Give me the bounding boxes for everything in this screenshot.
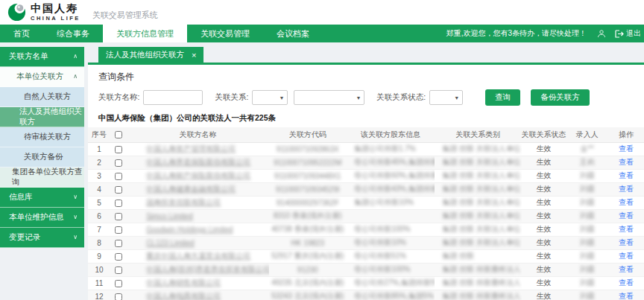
shareholder-info: 母公司持股10%: [354, 238, 406, 246]
layout: 关联方名单∧本单位关联方∧自然人关联方法人及其他组织关联方待审核关联方关联方备份…: [0, 42, 644, 300]
party-name-link[interactable]: 国寿投资控股有限公司: [146, 198, 221, 206]
table-row: 3中国人寿财产保险股份有限公司91100071093448X1母公司持股60%,…: [88, 169, 644, 182]
party-name-link[interactable]: CL123 Limited: [146, 239, 194, 247]
sidebar-item[interactable]: 本单位维护信息∨: [0, 208, 84, 228]
relation-sub-select[interactable]: ▼: [294, 90, 364, 105]
party-name-link[interactable]: 中国人寿养老保险股份有限公司: [146, 158, 250, 166]
sidebar-item-label: 本单位维护信息: [9, 212, 64, 223]
chevron-up-icon: ∧: [73, 54, 78, 60]
close-icon[interactable]: ×: [192, 51, 196, 60]
view-link[interactable]: 查看: [619, 171, 634, 179]
party-name-link[interactable]: 中国人寿资产管理有限公司: [146, 144, 236, 153]
relation-select[interactable]: ▼: [252, 90, 288, 105]
party-name-link[interactable]: 中国人寿销售有限公司: [146, 278, 221, 287]
sidebar-item[interactable]: 法人及其他组织关联方: [0, 107, 84, 127]
row-checkbox[interactable]: [115, 159, 122, 167]
view-link[interactable]: 查看: [619, 252, 634, 260]
party-code: 52917 重庆(境内注册): [271, 252, 344, 260]
view-link[interactable]: 查看: [619, 211, 634, 220]
chevron-up-icon: ∧: [73, 74, 78, 80]
row-checkbox[interactable]: [115, 186, 122, 194]
relation-category: 集团 控股 关联法人单位: [442, 211, 521, 220]
row-checkbox[interactable]: [115, 200, 122, 207]
sidebar-item[interactable]: 待审核关联方: [0, 127, 84, 147]
entered-by: 刘霞: [580, 198, 595, 206]
nav-item-link[interactable]: 会议档案: [263, 25, 323, 42]
row-checkbox[interactable]: [115, 226, 122, 234]
row-checkbox[interactable]: [115, 280, 122, 287]
sidebar-item[interactable]: 关联方备份: [0, 147, 84, 167]
row-checkbox[interactable]: [115, 173, 122, 180]
select-all-checkbox[interactable]: [115, 131, 122, 138]
view-link[interactable]: 查看: [619, 198, 634, 206]
relation-status: 生效: [537, 265, 552, 273]
chevron-down-icon: ∨: [73, 194, 78, 200]
chevron-down-icon: ∨: [73, 214, 78, 220]
user-icon[interactable]: [597, 29, 606, 38]
entered-by: 刘霞: [580, 171, 595, 179]
view-link[interactable]: 查看: [619, 292, 634, 300]
relation-status-select[interactable]: ▼: [429, 90, 463, 105]
party-name-link[interactable]: 中国人寿(苏州)养老养生投资有限公司: [146, 265, 269, 273]
relation-category: 集团 控股 关联法人单位: [442, 198, 521, 206]
column-header: 关联关系类别: [435, 127, 521, 142]
column-header: 关联方名称: [127, 127, 269, 142]
party-code: 91100071092863X: [277, 145, 339, 153]
row-checkbox[interactable]: [115, 240, 122, 247]
view-link[interactable]: 查看: [619, 238, 634, 246]
view-link[interactable]: 查看: [619, 185, 634, 193]
chevron-down-icon: ∨: [73, 234, 78, 240]
table-row: 6Simco Limited8310 香港(境外注册)集团 控股 关联法人单位生…: [88, 209, 644, 223]
row-checkbox[interactable]: [115, 293, 122, 300]
party-code: HK 19823: [291, 239, 324, 247]
party-name-link[interactable]: 重庆中国人寿大厦置业有限公司: [146, 252, 250, 260]
sidebar-item[interactable]: 集团各单位关联方查询: [0, 167, 84, 188]
table-row: 10中国人寿(苏州)养老养生投资有限公司91230母公司持股100%集团 控股 …: [88, 263, 644, 276]
sidebar-item[interactable]: 变更记录∨: [0, 228, 84, 248]
sidebar-item[interactable]: 关联方名单∧: [0, 47, 84, 67]
nav-item-active[interactable]: 关联方信息管理: [103, 25, 187, 42]
relation-status: 生效: [537, 211, 552, 220]
relation-status: 生效: [537, 171, 552, 179]
view-link[interactable]: 查看: [619, 225, 634, 233]
table-row: 7Goodwin Holdings Limited40738 香港(境外注册)母…: [88, 223, 644, 236]
row-number: 2: [97, 159, 101, 167]
shareholder-info: 母公司持股100%: [354, 265, 411, 273]
row-checkbox[interactable]: [115, 146, 122, 153]
logout-button[interactable]: 退出: [615, 28, 641, 39]
row-checkbox[interactable]: [115, 253, 122, 261]
party-name-link[interactable]: Simco Limited: [146, 212, 193, 220]
sidebar-item[interactable]: 本单位关联方∧: [0, 67, 84, 87]
row-number: 4: [97, 185, 101, 194]
party-code: 911000710934529I: [276, 185, 339, 194]
party-name-link[interactable]: Goodwin Holdings Limited: [146, 226, 233, 234]
entered-by: 刘霞: [580, 185, 595, 193]
tab-legal-person-related-party[interactable]: 法人及其他组织关联方 ×: [98, 47, 203, 63]
shareholder-info: 集团公司持股1.7%: [354, 144, 416, 153]
party-name-link[interactable]: 中国人寿电商有限公司: [146, 292, 221, 300]
nav-item-link[interactable]: 综合事务: [43, 25, 103, 42]
backup-related-party-button[interactable]: 备份关联方: [531, 89, 590, 106]
view-link[interactable]: 查看: [619, 265, 634, 273]
party-name-input[interactable]: [143, 90, 203, 105]
nav-item-link[interactable]: 关联交易管理: [187, 25, 263, 42]
nav-item-link[interactable]: 首页: [0, 25, 43, 42]
main-navbar: 首页综合事务关联方信息管理关联交易管理会议档案 郑重,欢迎您，您有3条待办，请尽…: [0, 25, 644, 42]
party-code: 40738 香港(境外注册): [271, 225, 344, 233]
sidebar-item-label: 信息库: [9, 192, 33, 202]
column-header: 该关联方股东信息: [347, 127, 435, 142]
row-checkbox[interactable]: [115, 213, 122, 220]
sidebar-item-label: 自然人关联方: [24, 92, 71, 102]
search-button[interactable]: 查询: [485, 89, 520, 106]
view-link[interactable]: 查看: [619, 158, 634, 166]
view-link[interactable]: 查看: [619, 144, 634, 153]
sidebar-item[interactable]: 自然人关联方: [0, 87, 84, 107]
view-link[interactable]: 查看: [619, 278, 634, 287]
party-name-link[interactable]: 中国人寿健康金融有限公司: [146, 185, 236, 193]
row-checkbox[interactable]: [115, 267, 122, 274]
table-row: 1中国人寿资产管理有限公司91100071092863X集团公司持股1.7%集团…: [88, 142, 644, 156]
party-name-link[interactable]: 中国人寿财产保险股份有限公司: [146, 171, 250, 179]
sidebar-item[interactable]: 信息库∨: [0, 188, 84, 208]
party-code: 91400000297362F: [277, 199, 339, 207]
relation-status-label: 关联关系状态:: [376, 92, 426, 103]
